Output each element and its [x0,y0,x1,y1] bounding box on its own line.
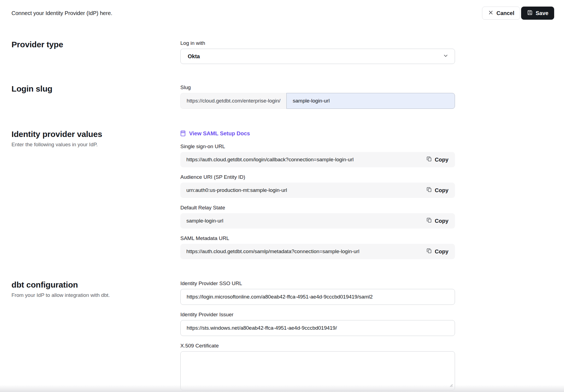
section-login-slug-info: Login slug [11,84,180,109]
audience-uri-field: urn:auth0:us-production-mt:sample-login-… [180,183,455,198]
topbar-actions: Cancel Save [482,7,554,20]
copy-button[interactable]: Copy [426,217,448,224]
save-button[interactable]: Save [521,7,554,20]
section-provider-type-info: Provider type [11,40,180,64]
copy-button-label: Copy [435,187,448,194]
copy-button[interactable]: Copy [426,156,448,163]
section-dbt-configuration: dbt configuration From your IdP to allow… [0,280,564,392]
copy-button[interactable]: Copy [426,248,448,255]
section-login-slug: Login slug Slug https://cloud.getdbt.com… [0,84,564,109]
idp-issuer-input[interactable] [180,320,455,336]
copy-button-label: Copy [435,218,448,224]
copy-button-label: Copy [435,248,448,255]
resize-handle-icon[interactable] [449,384,453,388]
slug-url-prefix: https://cloud.getdbt.com/enterprise-logi… [180,93,286,109]
page-title: Connect your Identity Provider (IdP) her… [11,10,112,16]
document-icon [180,130,186,136]
view-saml-docs-label: View SAML Setup Docs [189,130,250,137]
copy-button-label: Copy [435,157,448,163]
idp-sso-url-input[interactable] [180,289,455,305]
idp-issuer-label: Identity Provider Issuer [180,311,455,318]
audience-uri-label: Audience URI (SP Entity ID) [180,174,455,180]
sso-url-label: Single sign-on URL [180,143,455,150]
floppy-disk-icon [527,10,533,17]
section-idp-values-form: View SAML Setup Docs Single sign-on URL … [180,130,455,259]
section-provider-type-form: Log in with Okta [180,40,455,64]
sso-url-value: https://auth.cloud.getdbt.com/login/call… [186,157,354,163]
section-idp-values-info: Identity provider values Enter the follo… [11,130,180,259]
relay-state-field: sample-login-url Copy [180,213,455,229]
metadata-url-field: https://auth.cloud.getdbt.com/samlp/meta… [180,244,455,259]
certificate-textarea[interactable] [180,351,455,390]
idp-sso-url-group: Identity Provider SSO URL [180,280,455,305]
copy-icon [426,248,432,255]
audience-uri-value: urn:auth0:us-production-mt:sample-login-… [186,187,287,193]
copy-icon [426,187,432,194]
section-heading: Provider type [11,40,180,49]
copy-button[interactable]: Copy [426,187,448,194]
certificate-group: X.509 Certificate [180,343,455,390]
cancel-button[interactable]: Cancel [482,7,520,20]
provider-select[interactable]: Okta [180,49,455,64]
close-icon [488,10,494,17]
login-with-label: Log in with [180,40,455,46]
metadata-url-value: https://auth.cloud.getdbt.com/samlp/meta… [186,248,359,254]
section-provider-type: Provider type Log in with Okta [0,40,564,64]
chevron-down-icon [443,53,448,59]
copy-icon [426,217,432,224]
section-idp-values: Identity provider values Enter the follo… [0,130,564,259]
slug-label: Slug [180,84,455,91]
section-subtitle: From your IdP to allow integration with … [11,292,180,298]
idp-issuer-group: Identity Provider Issuer [180,311,455,336]
sso-url-field: https://auth.cloud.getdbt.com/login/call… [180,152,455,167]
provider-select-value: Okta [188,53,200,60]
save-button-label: Save [536,10,548,16]
metadata-url-group: SAML Metadata URL https://auth.cloud.get… [180,235,455,259]
section-dbt-configuration-info: dbt configuration From your IdP to allow… [11,280,180,392]
relay-state-label: Default Relay State [180,204,455,211]
slug-input[interactable] [286,93,455,109]
section-heading: Identity provider values [11,130,180,139]
copy-icon [426,156,432,163]
relay-state-value: sample-login-url [186,218,223,224]
section-subtitle: Enter the following values in your IdP. [11,142,180,148]
section-dbt-configuration-form: Identity Provider SSO URL Identity Provi… [180,280,455,392]
section-heading: Login slug [11,84,180,93]
audience-uri-group: Audience URI (SP Entity ID) urn:auth0:us… [180,174,455,198]
view-saml-docs-link[interactable]: View SAML Setup Docs [180,130,250,137]
idp-sso-url-label: Identity Provider SSO URL [180,280,455,287]
section-heading: dbt configuration [11,280,180,289]
section-login-slug-form: Slug https://cloud.getdbt.com/enterprise… [180,84,455,109]
metadata-url-label: SAML Metadata URL [180,235,455,242]
cancel-button-label: Cancel [497,10,515,16]
certificate-label: X.509 Certificate [180,343,455,349]
sso-url-group: Single sign-on URL https://auth.cloud.ge… [180,143,455,167]
slug-field: https://cloud.getdbt.com/enterprise-logi… [180,93,455,109]
topbar: Connect your Identity Provider (IdP) her… [0,0,564,20]
relay-state-group: Default Relay State sample-login-url Cop… [180,204,455,229]
